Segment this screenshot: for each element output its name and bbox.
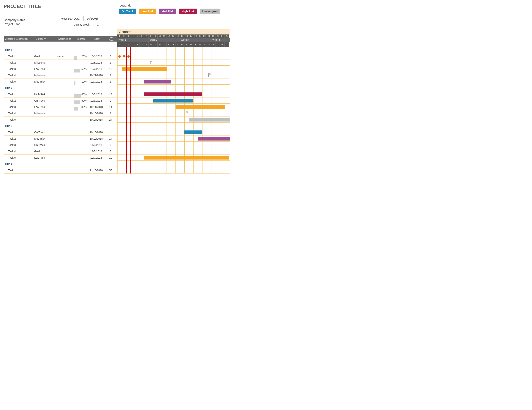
day-number: 17: [189, 34, 193, 38]
gantt-bar[interactable]: [189, 118, 230, 121]
gantt-cell-row: [117, 110, 230, 117]
goal-icon: [127, 55, 130, 58]
day-number: 5: [135, 34, 140, 38]
day-number: 23: [216, 34, 220, 38]
display-week-input[interactable]: 1: [94, 22, 102, 27]
task-start: 10/14/2018: [87, 106, 105, 108]
task-row[interactable]: Task 1On Track10/16/20184: [4, 129, 117, 136]
task-progress: 25%: [74, 55, 87, 58]
task-start: 10/9/2018: [87, 99, 105, 102]
group-row[interactable]: Title 4: [4, 161, 117, 167]
gantt-bar[interactable]: [144, 156, 229, 159]
task-start: 11/7/2018: [87, 150, 105, 153]
weekday-label: S: [140, 42, 144, 47]
day-number: 4: [131, 34, 135, 38]
start-date-label: Project Start Date:: [59, 17, 80, 20]
gantt-bar[interactable]: [122, 67, 167, 71]
gantt-bar[interactable]: [144, 80, 171, 84]
task-days: 3: [105, 55, 116, 58]
weekday-label: M: [117, 42, 122, 47]
day-number: 8: [149, 34, 153, 38]
task-name: Task 2: [8, 61, 34, 64]
task-row[interactable]: Task 5Med Risk10%10/7/20186: [4, 78, 117, 85]
task-row[interactable]: Task 2Milestone10/8/20181: [4, 59, 117, 66]
group-row[interactable]: Title 3: [4, 123, 117, 129]
task-row[interactable]: Task 3On Track11/3/20186: [4, 142, 117, 148]
day-number: 14: [175, 34, 180, 38]
task-category: Low Risk: [34, 156, 57, 159]
col-description: Milestone Description: [4, 38, 35, 40]
task-row[interactable]: Task 4Goal11/7/20183: [4, 148, 117, 155]
task-row[interactable]: Task 1High Risk60%10/7/201813: [4, 91, 117, 98]
task-days: 1: [105, 61, 116, 64]
group-row[interactable]: Title 2: [4, 85, 117, 91]
day-number: 24: [220, 34, 225, 38]
week-label: Week 1: [117, 38, 149, 42]
task-category: Milestone: [34, 74, 57, 77]
task-row[interactable]: Task 4Milestone10/21/20181: [4, 72, 117, 78]
task-row[interactable]: Task 111/10/201855: [4, 167, 117, 174]
task-start: 10/8/2018: [87, 61, 105, 64]
company-name: Company Name: [4, 18, 25, 22]
start-date-input[interactable]: 10/1/2018: [84, 16, 102, 21]
task-start: 10/2/2018: [87, 68, 105, 70]
day-number: 20: [202, 34, 207, 38]
weekday-label: F: [198, 42, 202, 47]
week-label: Week 4: [211, 38, 230, 42]
col-progress: Progress: [75, 38, 88, 40]
weekday-label: S: [171, 42, 175, 47]
task-row[interactable]: Task 510/17/201824: [4, 117, 117, 123]
task-days: 11: [105, 106, 116, 108]
day-number: 6: [140, 34, 144, 38]
task-row[interactable]: Task 2Med Risk10/19/201814: [4, 136, 117, 142]
project-lead: Project Lead: [4, 22, 25, 26]
task-progress: 33%: [74, 106, 87, 108]
task-row[interactable]: Task 3Low Risk50%10/2/201810: [4, 66, 117, 72]
task-name: Task 4: [8, 74, 34, 77]
week-label: Week 2: [149, 38, 180, 42]
gantt-cell-row: [117, 78, 230, 85]
gantt-bar[interactable]: [153, 99, 193, 102]
gantt-cell-row: [117, 47, 230, 53]
task-row[interactable]: Task 3Low Risk33%10/14/201811: [4, 104, 117, 110]
weekday-label: M: [180, 42, 184, 47]
col-category: Category: [35, 38, 57, 40]
gantt-bar[interactable]: [144, 92, 202, 96]
weekday-label: T: [131, 42, 135, 47]
task-name: Task 4: [8, 112, 34, 115]
day-number: 25: [225, 34, 229, 38]
weekday-label: T: [193, 42, 198, 47]
legend-high-risk: High Risk: [179, 9, 197, 14]
task-progress: 60%: [74, 93, 87, 96]
day-number: 15: [180, 34, 184, 38]
task-row[interactable]: Task 5Low Risk10/7/201819: [4, 155, 117, 161]
legend: On TrackLow RiskMed RiskHigh RiskUnassig…: [119, 9, 220, 14]
weekday-label: T: [216, 42, 220, 47]
gantt-bar[interactable]: [175, 105, 225, 109]
task-row[interactable]: Task 1GoalName25%10/1/20183: [4, 53, 117, 59]
task-start: 10/16/2018: [87, 131, 105, 134]
weekday-label: M: [149, 42, 153, 47]
task-start: 10/17/2018: [87, 118, 105, 121]
group-row[interactable]: Title 1: [4, 47, 117, 53]
task-start: 10/7/2018: [87, 93, 105, 96]
task-category: Milestone: [34, 61, 57, 64]
gantt-cell-row: [117, 59, 230, 66]
gantt-cell-row: [117, 98, 230, 104]
weekday-label: W: [220, 42, 225, 47]
gantt-bar[interactable]: [184, 130, 202, 134]
task-row[interactable]: Task 4Milestone10/16/20181: [4, 110, 117, 117]
gantt-cell-row: [117, 136, 230, 142]
month-label: October: [117, 29, 230, 34]
task-category: Goal: [34, 55, 57, 58]
task-row[interactable]: Task 2On Track50%10/9/20189: [4, 98, 117, 104]
milestone-flag-icon: [150, 61, 151, 64]
display-week-label: Display Week:: [74, 23, 90, 26]
gantt-bar[interactable]: [198, 137, 230, 140]
day-numbers-row: 1234567891011121314151617181920212223242…: [117, 34, 230, 38]
task-name: Task 5: [8, 118, 34, 121]
day-number: 1: [117, 34, 122, 38]
task-name: Task 2: [8, 99, 34, 102]
task-days: 55: [105, 169, 116, 172]
task-days: 19: [105, 156, 116, 159]
